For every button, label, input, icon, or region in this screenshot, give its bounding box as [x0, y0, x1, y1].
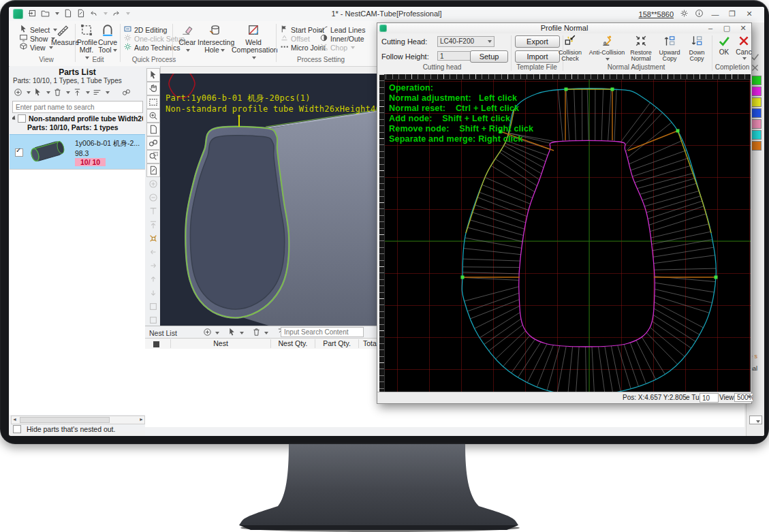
add-part-icon[interactable]	[14, 88, 22, 98]
group-checkbox[interactable]	[18, 114, 26, 123]
tube-value-input[interactable]	[700, 393, 719, 403]
nest-select-icon[interactable]	[227, 328, 236, 338]
canvas-tool-circleminus-icon[interactable]	[146, 191, 160, 204]
scroll-left-icon[interactable]: ◄	[12, 417, 18, 422]
canvas-tool-pagepen-icon[interactable]	[146, 163, 160, 177]
anti-collision-button[interactable]: Anti-Collision	[588, 35, 626, 63]
settings-gear-icon[interactable]	[680, 9, 689, 19]
dialog-status-bar: Pos: X:4.657 Y:2.805 e Tu View: 500%	[377, 392, 751, 403]
dialog-title: Profile Normal	[377, 24, 751, 32]
delete-part-icon[interactable]	[53, 88, 62, 98]
parts-tree-group[interactable]: Non-standard profile tube Width26xHei Pa…	[12, 114, 143, 132]
canvas-tool-boxg-icon[interactable]	[146, 313, 160, 327]
info-icon[interactable]	[695, 9, 704, 19]
group-cutting-head: Cutting head	[398, 63, 486, 71]
collision-check-button[interactable]: Collision Check	[553, 35, 587, 63]
scroll-thumb[interactable]	[20, 417, 110, 423]
select-part-icon[interactable]	[33, 88, 42, 98]
ribbon-micro-joint[interactable]: Micro Joint	[280, 42, 326, 52]
ribbon-measure[interactable]: Measure	[51, 24, 74, 46]
dialog-close-button[interactable]: ✕	[738, 24, 749, 33]
close-button[interactable]: ✕	[744, 10, 755, 18]
canvas-tool-chain-icon[interactable]	[146, 136, 160, 150]
nest-col-nest[interactable]: Nest	[171, 339, 271, 348]
scroll-right-icon[interactable]: ►	[138, 417, 144, 422]
hide-nested-checkbox[interactable]	[13, 425, 21, 433]
operation-hint-line: Separate and merge: Right click	[389, 134, 533, 144]
canvas-tool-rectsel-icon[interactable]	[146, 95, 160, 109]
ribbon-intersecting-hole[interactable]: Intersecting Hole	[198, 24, 232, 54]
ribbon-auto-techinics[interactable]: Auto Techinics	[123, 42, 181, 52]
down-copy-button[interactable]: Down Copy	[684, 35, 710, 63]
upward-copy-button[interactable]: Upward Copy	[656, 35, 683, 63]
canvas-part-label-1: Part:1y006-b-01 机身-20pcs(1)	[166, 93, 311, 104]
ok-check-icon	[715, 35, 734, 48]
canvas-tool-aup-icon[interactable]	[146, 272, 160, 286]
canvas-tool-hand-icon[interactable]	[146, 82, 160, 95]
cutting-head-select[interactable]: LC40-F200	[437, 36, 495, 47]
account-link[interactable]: 158**5860	[639, 10, 674, 18]
ribbon-curve-tool[interactable]: Curve Tool	[98, 24, 117, 54]
operation-hints: Operation:Normal adjustment: Left clickN…	[389, 83, 533, 144]
tree-caret-icon[interactable]	[12, 115, 17, 121]
canvas-tool-zoomsel-icon[interactable]	[146, 150, 160, 163]
canvas-tool-adown-icon[interactable]	[146, 286, 160, 300]
ribbon-group-quick-process: Quick Process	[131, 56, 176, 63]
restore-normal-button[interactable]: Restore Normal	[627, 35, 655, 63]
clear-icon	[177, 24, 198, 37]
part-list-item[interactable]: ✓ 1y006-b-01 机身-2... 98.3 10/ 10	[10, 134, 145, 170]
hide-nested-row[interactable]: Hide parts that's nested out.	[13, 425, 115, 433]
canvas-tool-tbar-icon[interactable]	[146, 204, 160, 218]
upward-copy-icon	[656, 35, 683, 49]
parts-hscrollbar[interactable]: ◄ ►	[11, 416, 145, 424]
operation-hint-line: Normal adjustment: Left click	[389, 93, 533, 104]
canvas-tool-page-icon[interactable]	[146, 123, 160, 136]
nest-list-label: Nest List	[149, 329, 177, 337]
ribbon-weld-compensation[interactable]: Weld Compensation	[232, 24, 275, 61]
ribbon-chop[interactable]: Chop	[319, 42, 355, 52]
group-template-file: Template File	[504, 63, 569, 71]
ribbon-group-view: View	[22, 56, 70, 63]
ribbon-view[interactable]: View	[19, 42, 53, 52]
nest-search-input[interactable]	[281, 327, 364, 337]
dialog-minimize-button[interactable]: –	[705, 24, 716, 32]
micro-joint-icon	[280, 42, 289, 52]
nest-col-nest-qty[interactable]: Nest Qty.	[271, 339, 315, 348]
side-combo[interactable]	[749, 416, 762, 424]
screen: 1* - NestCAM-Tube[Professional] 158**586…	[9, 7, 764, 436]
nest-add-icon[interactable]	[203, 328, 212, 338]
operation-hint-line: Normal reset: Ctrl + Left click	[389, 104, 533, 114]
ribbon-clear[interactable]: Clear	[177, 24, 198, 54]
cancel-button[interactable]: Canc	[735, 35, 753, 62]
nest-col-part-qty[interactable]: Part Qty.	[315, 339, 359, 348]
cursor-position: Pos: X:4.657 Y:2.805	[623, 394, 687, 401]
weld-compensation-icon	[232, 24, 275, 37]
down-copy-icon	[684, 35, 710, 49]
link-icon[interactable]	[122, 88, 131, 98]
move-top-icon[interactable]	[73, 88, 82, 98]
canvas-tool-aleft-icon[interactable]	[146, 245, 160, 259]
canvas-tool-circleplus-icon[interactable]	[146, 177, 160, 191]
canvas-tool-cursor-icon[interactable]	[146, 68, 160, 82]
restore-button[interactable]: ❐	[727, 10, 738, 18]
parts-search-input[interactable]	[12, 101, 143, 113]
dialog-maximize-button[interactable]: ▢	[721, 24, 732, 33]
canvas-tool-burst-icon[interactable]	[146, 232, 160, 245]
anti-collision-icon	[588, 35, 626, 49]
nest-col-check[interactable]	[145, 339, 171, 348]
auto-techinics-icon	[123, 42, 132, 52]
canvas-tool-totop-icon[interactable]	[146, 218, 160, 232]
nest-delete-icon[interactable]	[252, 328, 261, 338]
dialog-title-bar[interactable]: Profile Normal – ▢ ✕	[377, 23, 751, 34]
canvas-tool-aright-icon[interactable]	[146, 259, 160, 272]
canvas-tool-zoomin-icon[interactable]	[146, 109, 160, 123]
sort-icon[interactable]	[93, 88, 101, 98]
minimize-button[interactable]: —	[710, 10, 721, 18]
canvas-tool-boxg-icon[interactable]	[146, 300, 160, 313]
parts-list-body[interactable]	[10, 169, 145, 415]
cancel-x-icon	[735, 35, 753, 48]
profile-canvas[interactable]: Operation:Normal adjustment: Left clickN…	[379, 74, 751, 392]
parts-list-title: Parts List	[10, 67, 145, 77]
ok-button[interactable]: OK	[715, 35, 734, 55]
setup-button[interactable]: Setup	[470, 50, 508, 63]
